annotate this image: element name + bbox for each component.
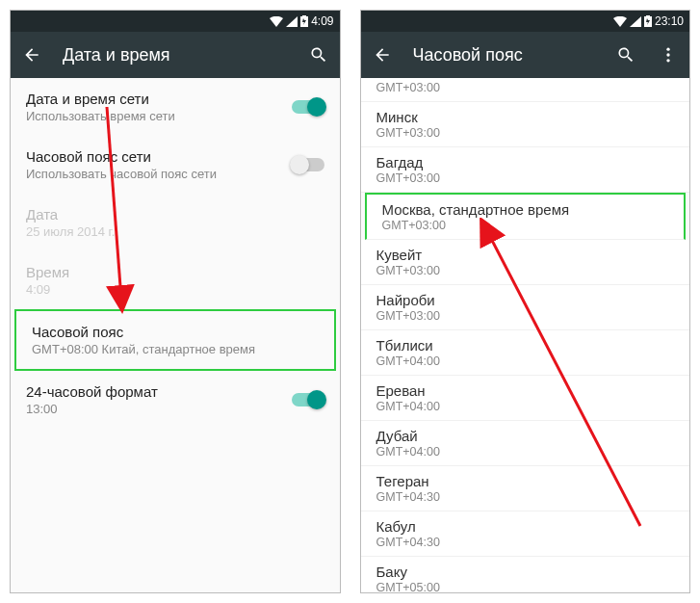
timezone-city: Кабул xyxy=(376,518,675,535)
timezone-gmt: GMT+03:00 xyxy=(376,126,675,140)
setting-row[interactable]: 24-часовой формат13:00 xyxy=(11,371,340,429)
setting-subtitle: GMT+08:00 Китай, стандартное время xyxy=(32,342,319,356)
timezone-row[interactable]: ЕреванGMT+04:00 xyxy=(361,376,690,421)
svg-point-2 xyxy=(666,53,669,56)
timezone-gmt: GMT+04:00 xyxy=(376,354,675,368)
statusbar-time: 23:10 xyxy=(655,14,684,28)
timezone-row[interactable]: Москва, стандартное времяGMT+03:00 xyxy=(365,193,687,240)
search-icon[interactable] xyxy=(614,43,637,66)
timezone-row[interactable]: НайробиGMT+03:00 xyxy=(361,285,690,330)
setting-title: 24-часовой формат xyxy=(26,383,292,400)
setting-row[interactable]: Часовой пояс сетиИспользовать часовой по… xyxy=(11,136,340,194)
timezone-city: Минск xyxy=(376,109,675,125)
timezone-city: Дубай xyxy=(376,428,675,444)
wifi-icon xyxy=(613,16,627,27)
settings-list: Дата и время сетиИспользовать время сети… xyxy=(11,78,340,592)
timezone-city: Багдад xyxy=(376,154,675,170)
battery-icon xyxy=(300,15,308,27)
timezone-gmt: GMT+03:00 xyxy=(376,309,675,323)
signal-icon xyxy=(286,16,298,27)
toggle-switch[interactable] xyxy=(292,100,324,114)
timezone-city: Кувейт xyxy=(376,247,675,263)
timezone-gmt: GMT+04:00 xyxy=(376,445,675,459)
appbar-title: Дата и время xyxy=(63,45,288,66)
appbar-title: Часовой пояс xyxy=(413,45,596,66)
timezone-gmt: GMT+03:00 xyxy=(376,264,675,277)
setting-row[interactable]: Часовой поясGMT+08:00 Китай, стандартное… xyxy=(14,309,336,371)
toggle-switch[interactable] xyxy=(292,393,324,406)
timezone-city: Тегеран xyxy=(376,473,675,489)
phone-left: 4:09 Дата и время Дата и время сетиИспол… xyxy=(10,10,341,593)
timezone-city: Найроби xyxy=(376,292,675,308)
setting-row: Время4:09 xyxy=(11,251,340,309)
timezone-list[interactable]: GMT+03:00МинскGMT+03:00БагдадGMT+03:00Мо… xyxy=(361,78,690,592)
overflow-icon[interactable] xyxy=(657,43,680,66)
timezone-row[interactable]: GMT+03:00 xyxy=(361,78,690,102)
timezone-gmt: GMT+03:00 xyxy=(382,219,669,232)
setting-subtitle: Использовать часовой пояс сети xyxy=(26,167,292,181)
signal-icon xyxy=(630,16,641,27)
phone-right: 23:10 Часовой пояс GMT+03:00МинскGMT+03:… xyxy=(360,10,691,593)
setting-row: Дата25 июля 2014 г. xyxy=(11,194,340,251)
appbar: Дата и время xyxy=(11,32,340,78)
timezone-row[interactable]: ТегеранGMT+04:30 xyxy=(361,466,690,511)
appbar: Часовой пояс xyxy=(361,32,690,78)
timezone-gmt: GMT+04:30 xyxy=(376,536,675,549)
timezone-gmt: GMT+04:00 xyxy=(376,400,675,413)
battery-icon xyxy=(644,15,652,27)
setting-title: Часовой пояс сети xyxy=(26,148,292,165)
timezone-city: Ереван xyxy=(376,382,675,399)
timezone-row[interactable]: КабулGMT+04:30 xyxy=(361,511,690,557)
back-icon[interactable] xyxy=(371,43,394,66)
setting-subtitle: 4:09 xyxy=(26,282,324,297)
timezone-city: Москва, стандартное время xyxy=(382,201,669,218)
timezone-gmt: GMT+03:00 xyxy=(376,81,675,94)
timezone-row[interactable]: БагдадGMT+03:00 xyxy=(361,147,690,193)
timezone-row[interactable]: ТбилисиGMT+04:00 xyxy=(361,330,690,376)
svg-point-1 xyxy=(666,48,669,51)
setting-subtitle: 25 июля 2014 г. xyxy=(26,224,324,239)
timezone-row[interactable]: БакуGMT+05:00 xyxy=(361,557,690,592)
timezone-city: Баку xyxy=(376,564,675,580)
setting-title: Часовой пояс xyxy=(32,324,319,340)
svg-point-3 xyxy=(666,59,669,62)
statusbar: 23:10 xyxy=(361,11,690,32)
setting-title: Время xyxy=(26,264,324,280)
timezone-gmt: GMT+03:00 xyxy=(376,171,675,185)
search-icon[interactable] xyxy=(307,43,330,66)
wifi-icon xyxy=(270,16,283,27)
timezone-row[interactable]: МинскGMT+03:00 xyxy=(361,102,690,147)
timezone-city: Тбилиси xyxy=(376,337,675,354)
toggle-switch[interactable] xyxy=(292,158,324,171)
setting-title: Дата и время сети xyxy=(26,91,292,107)
timezone-row[interactable]: КувейтGMT+03:00 xyxy=(361,240,690,285)
timezone-gmt: GMT+04:30 xyxy=(376,490,675,504)
timezone-gmt: GMT+05:00 xyxy=(376,581,675,592)
setting-subtitle: Использовать время сети xyxy=(26,109,292,123)
timezone-row[interactable]: ДубайGMT+04:00 xyxy=(361,421,690,466)
statusbar-time: 4:09 xyxy=(311,14,333,28)
statusbar: 4:09 xyxy=(11,11,340,32)
setting-row[interactable]: Дата и время сетиИспользовать время сети xyxy=(11,78,340,136)
back-icon[interactable] xyxy=(20,43,43,66)
setting-subtitle: 13:00 xyxy=(26,402,292,416)
setting-title: Дата xyxy=(26,206,324,223)
